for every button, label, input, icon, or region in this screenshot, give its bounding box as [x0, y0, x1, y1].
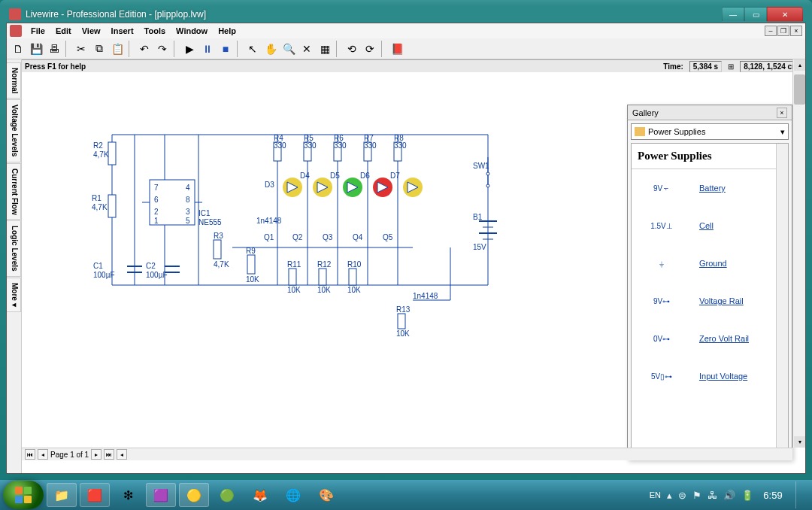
- vtab-current[interactable]: Current Flow: [7, 163, 21, 220]
- task-app2-icon[interactable]: ❇: [113, 483, 143, 507]
- gallery-item-inputv[interactable]: 5V ▯⊶Input Voltage: [632, 357, 788, 395]
- menu-help[interactable]: Help: [214, 25, 241, 37]
- mdi-minimize[interactable]: –: [765, 26, 777, 36]
- close-button[interactable]: ✕: [767, 7, 803, 22]
- undo-icon[interactable]: ↶: [136, 41, 153, 57]
- svg-rect-53: [247, 255, 255, 274]
- cut-icon[interactable]: ✂: [73, 41, 89, 57]
- task-paint-icon[interactable]: 🎨: [311, 483, 341, 507]
- task-firefox-icon[interactable]: 🦊: [245, 483, 275, 507]
- mdi-restore[interactable]: ❐: [777, 26, 789, 36]
- vtab-more[interactable]: More ▾: [7, 278, 21, 312]
- svg-text:330: 330: [364, 141, 377, 150]
- svg-text:Q1: Q1: [264, 233, 274, 241]
- gallery-icon[interactable]: 📕: [389, 41, 405, 57]
- gallery-close-icon[interactable]: ×: [777, 108, 787, 118]
- svg-text:Q5: Q5: [383, 233, 393, 241]
- svg-text:10K: 10K: [396, 329, 410, 338]
- gallery-item-zrail[interactable]: 0V ⊶Zero Volt Rail: [632, 320, 788, 357]
- svg-text:7: 7: [154, 184, 159, 192]
- tray-flag-icon[interactable]: ⚑: [692, 490, 701, 501]
- svg-text:330: 330: [334, 141, 347, 150]
- svg-text:C2: C2: [146, 262, 156, 270]
- start-button[interactable]: [3, 481, 44, 509]
- task-livewire-icon[interactable]: 🟪: [146, 483, 176, 507]
- tray-clock[interactable]: 6:59: [759, 490, 786, 501]
- new-icon[interactable]: 🗋: [10, 41, 26, 57]
- play-icon[interactable]: ▶: [181, 41, 198, 57]
- pause-icon[interactable]: ⏸: [199, 41, 216, 57]
- vtab-normal[interactable]: Normal: [7, 62, 21, 99]
- svg-text:15V: 15V: [473, 243, 486, 251]
- gallery-item-cell[interactable]: 1.5V ⊥Cell: [632, 207, 788, 244]
- pointer-icon[interactable]: ↖: [244, 41, 261, 57]
- minimize-button[interactable]: —: [722, 7, 744, 22]
- page-prev-icon[interactable]: ◂: [38, 449, 48, 460]
- tray-action-center-icon[interactable]: ⊜: [678, 490, 686, 501]
- svg-text:R2: R2: [93, 141, 103, 150]
- task-app-icon[interactable]: 🟥: [80, 483, 110, 507]
- svg-text:IC1: IC1: [198, 209, 211, 217]
- gallery-category-select[interactable]: Power Supplies ▾: [631, 123, 789, 140]
- gallery-item-battery[interactable]: 9V ⫟Battery: [632, 169, 788, 207]
- redo-icon[interactable]: ↷: [154, 41, 171, 57]
- vertical-scrollbar[interactable]: ▴ ▾: [792, 59, 805, 448]
- chart-icon[interactable]: ▦: [317, 41, 333, 57]
- vtab-voltage[interactable]: Voltage Levels: [7, 99, 21, 162]
- page-next-icon[interactable]: ▸: [91, 449, 102, 460]
- task-app3-icon[interactable]: 🟡: [179, 483, 209, 507]
- copy-icon[interactable]: ⧉: [91, 41, 108, 57]
- svg-text:R9: R9: [246, 247, 256, 255]
- rotate-left-icon[interactable]: ⟲: [344, 41, 360, 57]
- gallery-item-vrail[interactable]: 9V ⊶Voltage Rail: [632, 282, 788, 320]
- canvas[interactable]: IC1 NE555 7621 4835 R24,7K R14,7K R4330 …: [22, 59, 805, 473]
- tray-language[interactable]: EN: [650, 490, 661, 499]
- tray-volume-icon[interactable]: 🔊: [723, 490, 735, 501]
- gallery-title: Gallery: [632, 108, 659, 117]
- show-desktop-button[interactable]: [795, 481, 803, 508]
- menu-window[interactable]: Window: [171, 25, 212, 37]
- scroll-down-icon[interactable]: ▾: [794, 436, 805, 448]
- time-value: 5,384 s: [689, 61, 722, 72]
- svg-rect-56: [289, 269, 296, 285]
- horizontal-scrollbar[interactable]: ⏮ ◂ Page 1 of 1 ▸ ⏭ ◂: [22, 448, 792, 460]
- svg-rect-11: [108, 142, 116, 165]
- scroll-up-icon[interactable]: ▴: [794, 59, 805, 71]
- task-explorer-icon[interactable]: 📁: [47, 483, 77, 507]
- svg-text:10K: 10K: [287, 286, 301, 294]
- maximize-button[interactable]: ▭: [744, 7, 767, 22]
- vtab-logic[interactable]: Logic Levels: [7, 220, 21, 277]
- rotate-right-icon[interactable]: ⟳: [362, 41, 378, 57]
- page-first-icon[interactable]: ⏮: [25, 449, 35, 460]
- scroll-thumb[interactable]: [794, 74, 805, 105]
- svg-rect-50: [214, 240, 221, 259]
- task-chrome-icon[interactable]: 🟢: [212, 483, 242, 507]
- ruler-icon: ⊞: [728, 62, 734, 71]
- mdi-close[interactable]: ×: [790, 26, 802, 36]
- save-icon[interactable]: 💾: [28, 41, 44, 57]
- scroll-left-icon[interactable]: ◂: [117, 449, 127, 460]
- zoom-icon[interactable]: 🔍: [280, 41, 297, 57]
- print-icon[interactable]: 🖶: [46, 41, 62, 57]
- view-tabs: Normal Voltage Levels Current Flow Logic…: [7, 59, 22, 473]
- gallery-scrollbar[interactable]: [776, 144, 788, 456]
- stop-icon[interactable]: ■: [217, 41, 234, 57]
- menu-edit[interactable]: Edit: [51, 25, 76, 37]
- task-app4-icon[interactable]: 🌐: [278, 483, 308, 507]
- svg-text:330: 330: [304, 141, 317, 150]
- paste-icon[interactable]: 📋: [109, 41, 126, 57]
- tray-network-icon[interactable]: 🖧: [707, 490, 717, 501]
- workspace: Normal Voltage Levels Current Flow Logic…: [7, 59, 805, 473]
- menu-insert[interactable]: Insert: [107, 25, 138, 37]
- menu-view[interactable]: View: [77, 25, 105, 37]
- delete-icon[interactable]: ✕: [298, 41, 315, 57]
- menu-tools[interactable]: Tools: [140, 25, 171, 37]
- system-tray: EN ▴ ⊜ ⚑ 🖧 🔊 🔋 6:59: [650, 481, 809, 508]
- gallery-item-ground[interactable]: ⏚Ground: [632, 244, 788, 282]
- menu-file[interactable]: File: [26, 25, 50, 37]
- svg-text:5: 5: [186, 217, 190, 225]
- hand-icon[interactable]: ✋: [262, 41, 279, 57]
- tray-battery-icon[interactable]: 🔋: [741, 490, 753, 501]
- tray-chevron-icon[interactable]: ▴: [667, 490, 672, 501]
- page-last-icon[interactable]: ⏭: [104, 449, 114, 460]
